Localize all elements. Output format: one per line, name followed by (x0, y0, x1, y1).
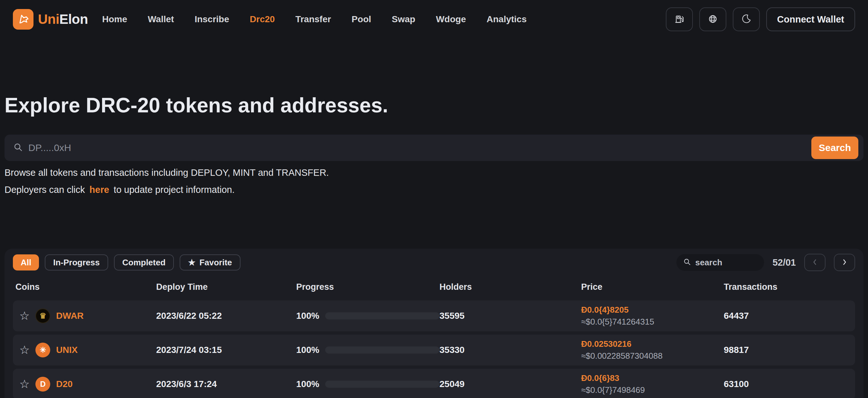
main-nav: Home Wallet Inscribe Drc20 Transfer Pool… (102, 14, 527, 25)
price-usd: ≈$0.0{7}7498469 (581, 385, 724, 395)
globe-icon (707, 13, 718, 25)
table-search-bar (676, 254, 764, 271)
deploy-time: 2023/7/24 03:15 (156, 345, 296, 355)
col-deploy-time: Deploy Time (156, 282, 296, 292)
col-holders: Holders (439, 282, 581, 292)
next-page-button[interactable] (834, 254, 855, 271)
deploy-time: 2023/6/22 05:22 (156, 311, 296, 321)
nav-item-pool[interactable]: Pool (351, 14, 371, 25)
filter-all[interactable]: All (13, 254, 39, 271)
description-line-2-suffix: to update project information. (114, 185, 235, 195)
progress-bar (325, 380, 439, 388)
token-symbol[interactable]: D20 (56, 379, 72, 389)
pagination-label: 52/01 (772, 257, 796, 268)
holders-count: 35330 (439, 345, 581, 355)
brand-logo[interactable]: UniElon (13, 9, 88, 30)
theme-toggle-button[interactable] (733, 7, 760, 31)
page-title: Explore DRC-20 tokens and addresses. (4, 93, 864, 117)
filter-favorite-label: Favorite (199, 257, 232, 268)
token-symbol[interactable]: DWAR (56, 311, 84, 321)
token-search-input[interactable] (28, 142, 806, 153)
top-right-controls: Connect Wallet (666, 7, 855, 31)
nav-item-transfer[interactable]: Transfer (296, 14, 331, 25)
description-line-1: Browse all tokens and transactions inclu… (4, 167, 864, 178)
star-icon: ★ (188, 258, 195, 267)
transactions-count: 63100 (724, 379, 855, 389)
connect-wallet-button[interactable]: Connect Wallet (766, 7, 855, 31)
chevron-left-icon (811, 258, 819, 267)
favorite-star-icon[interactable]: ☆ (19, 378, 30, 390)
nav-item-home[interactable]: Home (102, 14, 127, 25)
table-search-input[interactable] (695, 257, 757, 268)
gas-fee-button[interactable] (666, 7, 693, 31)
gas-pump-icon (674, 13, 685, 25)
col-coins: Coins (16, 282, 156, 292)
table-header: Coins Deploy Time Progress Holders Price… (13, 282, 855, 292)
price-usd: ≈$0.00228587304088 (581, 351, 724, 361)
price-cell: Đ0.02530216 ≈$0.00228587304088 (581, 339, 724, 361)
nav-item-analytics[interactable]: Analytics (487, 14, 527, 25)
search-icon (683, 257, 691, 267)
progress-percent: 100% (296, 345, 319, 355)
chevron-right-icon (840, 258, 849, 267)
nav-item-inscribe[interactable]: Inscribe (194, 14, 229, 25)
token-symbol[interactable]: UNIX (56, 345, 78, 355)
hero-section: Explore DRC-20 tokens and addresses. Sea… (0, 39, 868, 195)
filter-in-progress[interactable]: In-Progress (45, 254, 108, 271)
progress-bar (325, 312, 439, 319)
prev-page-button[interactable] (804, 254, 826, 271)
nav-item-wallet[interactable]: Wallet (148, 14, 174, 25)
price-doge: Đ0.0{6}83 (581, 373, 724, 383)
progress-percent: 100% (296, 311, 319, 321)
transactions-count: 98817 (724, 345, 855, 355)
moon-icon (741, 13, 752, 25)
coin-cell: ☆ ✳ UNIX (16, 343, 156, 358)
panel-controls: 52/01 (676, 254, 855, 271)
main-search-bar: Search (4, 134, 864, 161)
coin-cell: ☆ ♛ DWAR (16, 308, 156, 323)
search-button[interactable]: Search (811, 136, 858, 159)
price-usd: ≈$0.0{5}741264315 (581, 317, 724, 327)
price-doge: Đ0.0{4}8205 (581, 305, 724, 315)
token-avatar: ♛ (35, 308, 50, 323)
nav-item-swap[interactable]: Swap (392, 14, 415, 25)
progress-cell: 100% (296, 345, 439, 355)
table-row[interactable]: ☆ D D20 2023/6/3 17:24 100% 25049 Đ0.0{6… (13, 369, 855, 398)
token-avatar: ✳ (35, 343, 50, 358)
holders-count: 25049 (439, 379, 581, 389)
price-doge: Đ0.02530216 (581, 339, 724, 349)
dog-logo-icon (13, 9, 33, 30)
language-button[interactable] (699, 7, 726, 31)
filter-completed[interactable]: Completed (114, 254, 174, 271)
favorite-star-icon[interactable]: ☆ (19, 344, 30, 356)
progress-percent: 100% (296, 379, 319, 389)
deploy-time: 2023/6/3 17:24 (156, 379, 296, 389)
description-line-2: Deployers can clickhereto update project… (4, 185, 864, 195)
search-icon (13, 142, 23, 154)
nav-item-drc20[interactable]: Drc20 (250, 14, 275, 25)
progress-cell: 100% (296, 379, 439, 389)
token-list-panel: All In-Progress Completed ★ Favorite (4, 249, 864, 398)
top-navigation-bar: UniElon Home Wallet Inscribe Drc20 Trans… (0, 0, 868, 39)
table-row[interactable]: ☆ ♛ DWAR 2023/6/22 05:22 100% 35595 Đ0.0… (13, 300, 855, 331)
description-line-2-prefix: Deployers can click (4, 185, 85, 195)
brand-name: UniElon (38, 11, 88, 27)
price-cell: Đ0.0{4}8205 ≈$0.0{5}741264315 (581, 305, 724, 327)
token-avatar: D (35, 377, 50, 392)
col-transactions: Transactions (724, 282, 855, 292)
coin-cell: ☆ D D20 (16, 377, 156, 392)
favorite-star-icon[interactable]: ☆ (19, 310, 30, 322)
here-link[interactable]: here (90, 185, 109, 195)
price-cell: Đ0.0{6}83 ≈$0.0{7}7498469 (581, 373, 724, 395)
filters-row: All In-Progress Completed ★ Favorite (13, 254, 855, 271)
col-price: Price (581, 282, 724, 292)
holders-count: 35595 (439, 311, 581, 321)
col-progress: Progress (296, 282, 439, 292)
filter-favorite[interactable]: ★ Favorite (180, 254, 240, 271)
filter-tabs: All In-Progress Completed ★ Favorite (13, 254, 241, 271)
progress-cell: 100% (296, 311, 439, 321)
table-row[interactable]: ☆ ✳ UNIX 2023/7/24 03:15 100% 35330 Đ0.0… (13, 335, 855, 365)
progress-bar (325, 346, 439, 354)
page: UniElon Home Wallet Inscribe Drc20 Trans… (0, 0, 868, 398)
nav-item-wdoge[interactable]: Wdoge (436, 14, 466, 25)
